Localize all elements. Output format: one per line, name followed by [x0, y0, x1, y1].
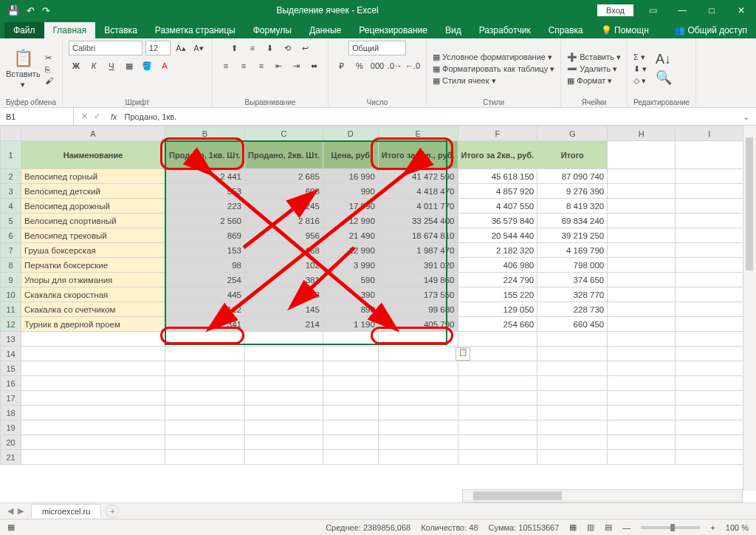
cell[interactable]: Упоры для отжимания [21, 273, 165, 287]
minimize-icon[interactable]: — [667, 0, 697, 21]
cell[interactable]: 112 [165, 302, 245, 317]
tab-review[interactable]: Рецензирование [350, 22, 436, 38]
cell[interactable]: 798 000 [537, 258, 608, 273]
row-header[interactable]: 3 [1, 184, 21, 199]
cell[interactable] [537, 332, 608, 347]
row-header[interactable]: 5 [1, 214, 21, 228]
col-header[interactable]: A [21, 126, 165, 141]
inc-decimal-icon[interactable]: .0→ [388, 58, 402, 73]
cell[interactable]: Перчатки боксерские [21, 258, 165, 273]
fx-icon[interactable]: fx [108, 112, 120, 121]
cell[interactable]: 21 490 [323, 228, 378, 243]
cell[interactable] [165, 332, 245, 347]
tell-me[interactable]: 💡 Помощн [592, 22, 658, 38]
share-button[interactable]: 👥 Общий доступ [665, 22, 756, 38]
view-pagebreak-icon[interactable]: ▤ [605, 522, 612, 532]
cell[interactable]: 8 419 320 [537, 199, 608, 214]
cell[interactable]: Скакалка со счетчиком [21, 302, 165, 317]
tab-insert[interactable]: Вставка [95, 22, 146, 38]
format-as-table-button[interactable]: ▦ Форматировать как таблицу ▾ [433, 64, 554, 74]
prev-sheet-icon[interactable]: ◀ [7, 506, 13, 516]
cell[interactable]: 33 254 400 [378, 214, 458, 228]
conditional-formatting-button[interactable]: ▦ Условное форматирование ▾ [433, 52, 554, 62]
cell[interactable] [458, 435, 537, 450]
cell[interactable] [378, 361, 458, 376]
cell[interactable] [537, 406, 608, 420]
cell[interactable] [245, 391, 323, 406]
cell[interactable] [608, 406, 676, 420]
cell[interactable] [676, 376, 743, 391]
row-header[interactable]: 16 [1, 376, 21, 391]
row-header[interactable]: 18 [1, 406, 21, 420]
worksheet-grid[interactable]: ABCDEFGHI1НаименованиеПродано, 1кв. Шт.П… [0, 126, 756, 491]
cell[interactable] [21, 391, 165, 406]
cell[interactable]: 4 418 470 [378, 184, 458, 199]
row-header[interactable]: 8 [1, 258, 21, 273]
align-bottom-icon[interactable]: ⬇ [263, 41, 278, 55]
cell[interactable]: 18 674 810 [378, 228, 458, 243]
cell[interactable]: 254 660 [458, 317, 537, 332]
cell[interactable]: 956 [245, 228, 323, 243]
grow-font-icon[interactable]: A▴ [173, 41, 188, 55]
cell[interactable] [608, 435, 676, 450]
cell[interactable] [245, 347, 323, 361]
cell[interactable]: 39 219 250 [537, 228, 608, 243]
cell[interactable] [608, 420, 676, 435]
table-header[interactable]: Наименование [21, 141, 165, 169]
cell[interactable] [676, 420, 743, 435]
view-normal-icon[interactable]: ▦ [569, 522, 577, 532]
close-icon[interactable]: ✕ [726, 0, 756, 21]
cell[interactable]: 214 [245, 317, 323, 332]
indent-less-icon[interactable]: ⇤ [272, 58, 286, 73]
cell[interactable] [21, 435, 165, 450]
cell[interactable]: 890 [323, 302, 378, 317]
comma-icon[interactable]: 000 [370, 58, 385, 73]
cell[interactable]: 2 685 [245, 169, 323, 184]
cell[interactable]: 660 450 [537, 317, 608, 332]
cell[interactable]: 153 [165, 243, 245, 258]
cell[interactable] [323, 376, 378, 391]
cell[interactable]: 398 [245, 287, 323, 302]
tab-view[interactable]: Вид [436, 22, 470, 38]
formula-bar[interactable]: Продано, 1кв. [120, 112, 737, 121]
cell[interactable]: 20 544 440 [458, 228, 537, 243]
sheet-tab[interactable]: microexcel.ru [31, 504, 101, 518]
dec-decimal-icon[interactable]: ←.0 [405, 58, 420, 73]
cell[interactable] [21, 450, 165, 465]
table-header[interactable]: Итого за 2кв., руб. [458, 141, 537, 169]
cell[interactable] [458, 391, 537, 406]
cell[interactable] [165, 435, 245, 450]
cell[interactable] [676, 450, 743, 465]
cell[interactable] [537, 450, 608, 465]
cell[interactable]: 608 [245, 184, 323, 199]
undo-icon[interactable]: ↶ [27, 5, 35, 16]
paste-button[interactable]: 📋Вставить▾ [6, 49, 41, 89]
row-header[interactable]: 9 [1, 273, 21, 287]
align-center-icon[interactable]: ≡ [236, 58, 251, 73]
row-header[interactable]: 10 [1, 287, 21, 302]
cell[interactable] [378, 450, 458, 465]
cell[interactable] [676, 406, 743, 420]
table-header[interactable]: Итого за 1кв., руб. [378, 141, 458, 169]
row-header[interactable]: 17 [1, 391, 21, 406]
cell[interactable] [378, 420, 458, 435]
cell[interactable]: 254 [165, 273, 245, 287]
maximize-icon[interactable]: □ [697, 0, 726, 21]
cell[interactable] [676, 361, 743, 376]
cell-styles-button[interactable]: ▦ Стили ячеек ▾ [433, 76, 554, 86]
enter-formula-icon[interactable]: ✓ [94, 112, 100, 121]
cell[interactable]: 99 680 [378, 302, 458, 317]
zoom-level[interactable]: 100 % [726, 523, 749, 532]
italic-button[interactable]: К [86, 58, 101, 73]
cell[interactable]: 405 790 [378, 317, 458, 332]
cancel-formula-icon[interactable]: ✕ [81, 112, 88, 121]
cell[interactable]: 224 790 [458, 273, 537, 287]
row-header[interactable]: 4 [1, 199, 21, 214]
cell[interactable]: 173 550 [378, 287, 458, 302]
orientation-icon[interactable]: ⟲ [281, 41, 295, 55]
cell[interactable]: 129 050 [458, 302, 537, 317]
cell[interactable] [378, 347, 458, 361]
cell[interactable] [537, 376, 608, 391]
name-box[interactable]: B1 [0, 108, 74, 125]
cell[interactable] [245, 406, 323, 420]
